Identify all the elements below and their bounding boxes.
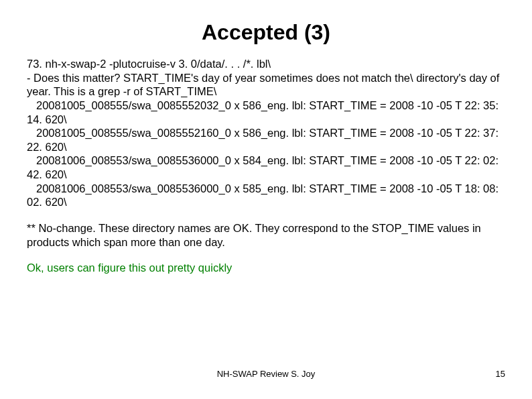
reviewer-note: Ok, users can figure this out pretty qui… (27, 261, 505, 275)
grep-entry-1: 20081005_008555/swa_0085552032_0 x 586_e… (27, 99, 505, 126)
body-line-question: - Does this matter? START_TIME's day of … (27, 71, 505, 99)
page-number: 15 (496, 369, 505, 379)
grep-entry-2: 20081005_008555/swa_0085552160_0 x 586_e… (27, 126, 505, 154)
slide-title: Accepted (3) (27, 20, 505, 45)
slide-container: Accepted (3) 73. nh-x-swap-2 -plutocruis… (0, 0, 532, 399)
footer-text: NH-SWAP Review S. Joy (0, 369, 532, 379)
slide-body: 73. nh-x-swap-2 -plutocruise-v 3. 0/data… (27, 57, 505, 275)
grep-entry-4: 20081006_008553/swa_0085536000_0 x 585_e… (27, 182, 505, 209)
grep-entry-3: 20081006_008553/swa_0085536000_0 x 584_e… (27, 154, 505, 181)
response-text: ** No-change. These directory names are … (27, 221, 505, 249)
body-line-path: 73. nh-x-swap-2 -plutocruise-v 3. 0/data… (27, 57, 505, 71)
